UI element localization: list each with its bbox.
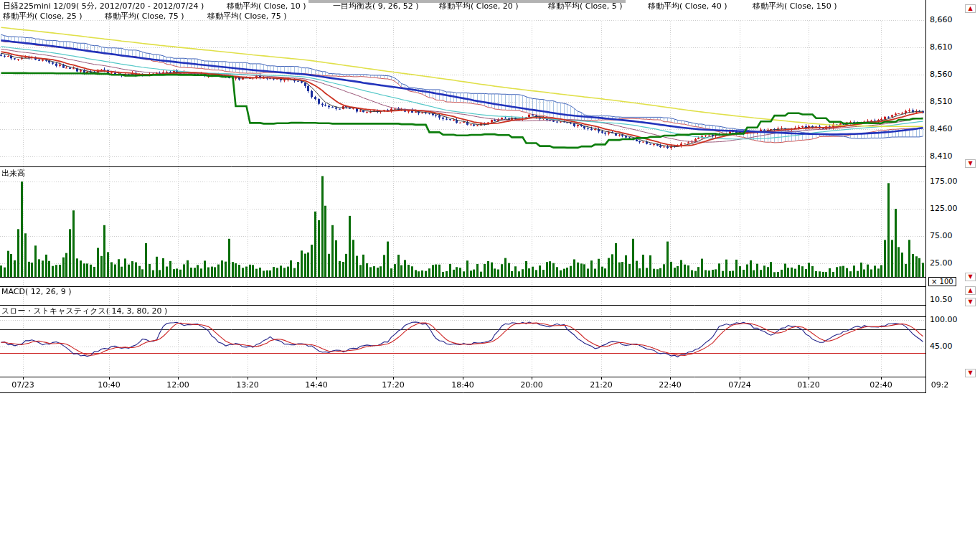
pane-scroll-down-button[interactable]: ▼ (965, 369, 976, 377)
price-axis-tick: 8,610 (930, 43, 953, 51)
indicator-label-ichimoku: 一目均衡表( 9, 26, 52 ) (333, 2, 419, 11)
indicator-label-ma75-green: 移動平均( Close, 75 ) (207, 12, 287, 21)
indicator-label-ma5: 移動平均( Close, 5 ) (548, 2, 623, 11)
indicator-label-ma150: 移動平均( Close, 150 ) (753, 2, 837, 11)
price-axis-tick: 8,560 (930, 70, 953, 78)
time-axis-tick: 07/24 (728, 380, 751, 390)
pane-scroll-down-button[interactable]: ▼ (965, 273, 976, 281)
indicator-label-ma25: 移動平均( Close, 25 ) (3, 12, 83, 21)
chart-title: 日経225mini 12/09( 5分, 2012/07/20 - 2012/0… (3, 2, 204, 11)
time-axis-tick: 20:00 (520, 380, 543, 390)
down-arrow-icon: ▼ (968, 369, 972, 376)
volume-multiplier-box: × 100 (928, 277, 956, 286)
time-axis-tick: 21:20 (590, 380, 613, 390)
chart-application-window: 日経225mini 12/09( 5分, 2012/07/20 - 2012/0… (0, 0, 980, 551)
volume-axis-tick: 75.00 (930, 232, 953, 240)
pane-scroll-up-button[interactable]: ▲ (965, 286, 976, 295)
time-axis-tick: 18:40 (451, 380, 474, 390)
price-axis-tick: 8,660 (930, 16, 953, 24)
down-arrow-icon: ▼ (968, 298, 972, 305)
stoch-axis-tick: 45.00 (930, 342, 953, 350)
pane-scroll-down-button[interactable]: ▼ (965, 159, 976, 168)
price-axis-tick: 8,460 (930, 125, 953, 133)
up-arrow-icon: ▲ (968, 287, 972, 293)
time-axis-tick: 17:20 (382, 380, 405, 390)
time-axis-tick: 09:2 (931, 380, 949, 390)
stoch-panel-label: スロー・ストキャスティクス( 14, 3, 80, 20 ) (1, 307, 167, 316)
volume-axis-tick: 25.00 (930, 259, 953, 267)
volume-multiplier-label: × 100 (931, 278, 953, 286)
time-axis-tick: 14:40 (305, 380, 328, 390)
volume-panel-label: 出来高 (1, 169, 25, 178)
stoch-axis-tick: 100.00 (930, 316, 958, 324)
time-axis-tick: 07/23 (11, 380, 34, 390)
indicator-label-ma40: 移動平均( Close, 40 ) (648, 2, 727, 11)
macd-panel-label: MACD( 12, 26, 9 ) (1, 288, 72, 296)
price-volume-stochastics-chart-canvas[interactable] (0, 0, 926, 393)
volume-axis-tick: 125.00 (930, 204, 958, 212)
time-axis-tick: 13:20 (236, 380, 259, 390)
time-axis-tick: 10:40 (98, 380, 121, 390)
volume-axis-tick: 175.00 (930, 177, 958, 185)
indicator-label-ma20: 移動平均( Close, 20 ) (439, 2, 519, 11)
down-arrow-icon: ▼ (968, 273, 972, 280)
price-axis-tick: 8,410 (930, 152, 953, 160)
pane-scroll-down-button[interactable]: ▼ (965, 298, 976, 306)
time-axis-tick: 22:40 (659, 380, 682, 390)
pane-scroll-up-button[interactable]: ▲ (965, 4, 976, 13)
price-axis-tick: 8,510 (930, 98, 953, 105)
down-arrow-icon: ▼ (968, 160, 972, 166)
indicator-label-ma75-blue: 移動平均( Close, 75 ) (105, 12, 184, 21)
time-axis-tick: 02:40 (870, 380, 892, 390)
indicator-label-ma10: 移動平均( Close, 10 ) (227, 2, 306, 11)
time-axis-tick: 01:20 (797, 380, 820, 390)
time-axis-tick: 12:00 (166, 380, 189, 390)
macd-axis-tick: 10.50 (930, 296, 953, 303)
up-arrow-icon: ▲ (968, 5, 972, 11)
